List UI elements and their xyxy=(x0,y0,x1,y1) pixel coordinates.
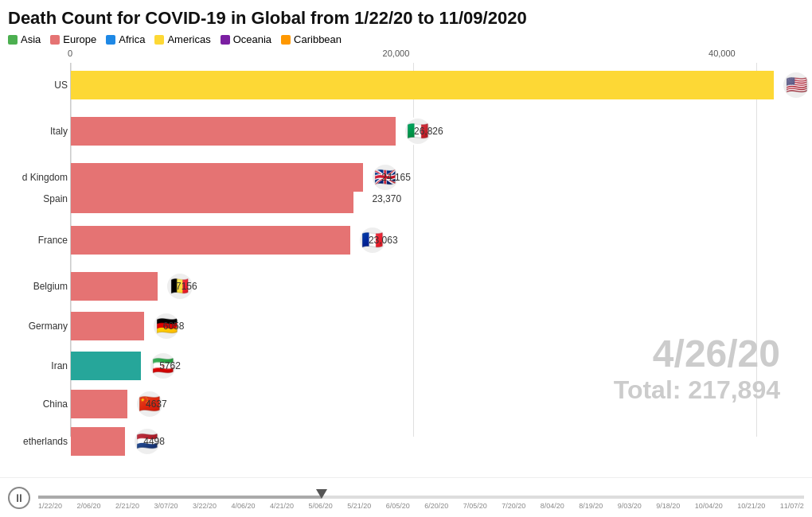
date-label-18: 10/21/20 xyxy=(737,502,765,510)
date-label-5: 4/06/20 xyxy=(232,502,256,510)
label-belgium: Belgium xyxy=(7,281,68,292)
date-label-3: 3/07/20 xyxy=(154,502,178,510)
row-netherlands: etherlands 🇳🇱 4498 xyxy=(71,427,792,456)
row-germany: Germany 🇩🇪 6058 xyxy=(71,312,792,340)
bars-container: US 🇺🇸 58,081 Italy 🇮🇹 26,826 d Kingdom 🇬… xyxy=(70,63,792,437)
date-label-14: 8/19/20 xyxy=(579,502,603,510)
legend-africa: Africa xyxy=(106,33,145,45)
bar-china: China 🇨🇳 4637 xyxy=(71,390,127,418)
asia-label: Asia xyxy=(21,33,41,45)
timeline-bar-bg[interactable] xyxy=(38,496,804,499)
europe-dot xyxy=(50,35,60,45)
americas-label: Americas xyxy=(167,33,210,45)
date-label-8: 5/21/20 xyxy=(347,502,371,510)
date-label-1: 2/06/20 xyxy=(77,502,101,510)
bar-italy: Italy 🇮🇹 26,826 xyxy=(71,117,396,146)
label-germany: Germany xyxy=(7,321,68,332)
oceania-dot xyxy=(221,35,230,45)
africa-dot xyxy=(106,35,115,45)
date-label-4: 3/22/20 xyxy=(193,502,217,510)
timeline-fill xyxy=(38,496,322,499)
value-france: 23,063 xyxy=(369,235,398,246)
date-label-6: 4/21/20 xyxy=(270,502,294,510)
date-label-0: 1/22/20 xyxy=(38,502,62,510)
date-label-16: 9/18/20 xyxy=(656,502,680,510)
value-spain: 23,370 xyxy=(372,193,401,204)
row-us: US 🇺🇸 58,081 xyxy=(71,71,792,99)
label-iran: Iran xyxy=(7,360,68,371)
legend-americas: Americas xyxy=(154,33,210,45)
date-label-2: 2/21/20 xyxy=(115,502,139,510)
legend-oceania: Oceania xyxy=(221,33,271,45)
label-spain: Spain xyxy=(7,193,68,204)
flag-us: 🇺🇸 xyxy=(782,71,810,99)
axis-40000: 40,000 xyxy=(709,49,736,58)
date-label-13: 8/04/20 xyxy=(541,502,564,510)
chart-title: Death Count for COVID-19 in Global from … xyxy=(8,8,804,29)
label-uk: d Kingdom xyxy=(7,172,68,183)
date-label-12: 7/20/20 xyxy=(502,502,525,510)
oceania-label: Oceania xyxy=(233,33,271,45)
value-italy: 26,826 xyxy=(414,126,443,137)
bar-belgium: Belgium 🇧🇪 7156 xyxy=(71,272,158,301)
value-netherlands: 4498 xyxy=(143,436,165,447)
bar-us: US 🇺🇸 58,081 xyxy=(71,71,774,99)
bar-netherlands: etherlands 🇳🇱 4498 xyxy=(71,427,125,456)
label-china: China xyxy=(7,398,68,410)
timeline-marker xyxy=(316,489,327,499)
bar-france: France 🇫🇷 23,063 xyxy=(71,226,350,255)
date-label-17: 10/04/20 xyxy=(695,502,723,510)
axis-20000: 20,000 xyxy=(383,49,410,58)
legend-asia: Asia xyxy=(8,33,41,45)
legend-europe: Europe xyxy=(50,33,96,45)
date-label-7: 5/06/20 xyxy=(309,502,333,510)
label-italy: Italy xyxy=(7,126,68,137)
row-china: China 🇨🇳 4637 xyxy=(71,390,792,418)
label-netherlands: etherlands xyxy=(7,436,68,447)
timeline: ⏸ 1/22/20 2/06/20 2/21/20 3/07/20 3/22/2… xyxy=(0,477,812,517)
caribbean-dot xyxy=(281,35,291,45)
axis-container: 0 20,000 40,000 xyxy=(70,49,756,63)
legend-caribbean: Caribbean xyxy=(281,33,342,45)
europe-label: Europe xyxy=(63,33,96,45)
timeline-track[interactable]: 1/22/20 2/06/20 2/21/20 3/07/20 3/22/20 … xyxy=(38,486,804,510)
label-france: France xyxy=(7,235,68,246)
date-label-15: 9/03/20 xyxy=(618,502,642,510)
bar-germany: Germany 🇩🇪 6058 xyxy=(71,312,144,340)
africa-label: Africa xyxy=(119,33,145,45)
value-uk: 24,165 xyxy=(381,172,411,183)
chart-body: US 🇺🇸 58,081 Italy 🇮🇹 26,826 d Kingdom 🇬… xyxy=(8,63,804,453)
label-us: US xyxy=(7,80,68,91)
caribbean-label: Caribbean xyxy=(294,33,342,45)
date-label-19: 11/07/2 xyxy=(780,502,804,510)
pause-button[interactable]: ⏸ xyxy=(8,487,30,509)
row-france: France 🇫🇷 23,063 xyxy=(71,226,792,255)
americas-dot xyxy=(154,35,164,45)
pause-icon: ⏸ xyxy=(14,492,25,504)
value-china: 4637 xyxy=(146,398,167,410)
main-container: Death Count for COVID-19 in Global from … xyxy=(0,0,812,517)
value-germany: 6058 xyxy=(163,321,185,332)
asia-dot xyxy=(8,35,18,45)
date-label-10: 6/20/20 xyxy=(424,502,448,510)
axis-0: 0 xyxy=(68,49,72,58)
legend: Asia Europe Africa Americas Oceania Cari… xyxy=(8,33,804,45)
value-belgium: 7156 xyxy=(176,281,197,292)
timeline-dates: 1/22/20 2/06/20 2/21/20 3/07/20 3/22/20 … xyxy=(38,502,804,510)
row-iran: Iran 🇮🇷 5762 xyxy=(71,352,792,380)
bar-iran: Iran 🇮🇷 5762 xyxy=(71,352,141,380)
row-italy: Italy 🇮🇹 26,826 xyxy=(71,117,792,146)
bar-spain: Spain 23,370 xyxy=(71,185,353,213)
row-spain: Spain 23,370 xyxy=(71,185,792,213)
value-iran: 5762 xyxy=(159,360,181,371)
date-label-11: 7/05/20 xyxy=(463,502,487,510)
date-label-9: 6/05/20 xyxy=(386,502,410,510)
row-belgium: Belgium 🇧🇪 7156 xyxy=(71,272,792,301)
